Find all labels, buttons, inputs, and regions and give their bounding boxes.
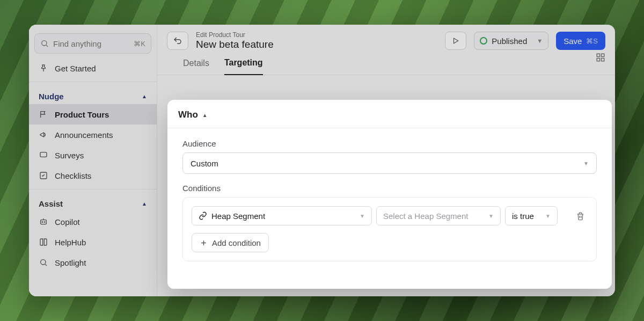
- megaphone-icon: [39, 130, 48, 140]
- sidebar-item-label: Copilot: [55, 217, 80, 227]
- sidebar-item-get-started[interactable]: Get Started: [29, 58, 157, 78]
- layout-toggle[interactable]: [596, 53, 605, 62]
- svg-point-0: [42, 41, 47, 46]
- search-icon: [39, 258, 48, 267]
- title-block: Edit Product Tour New beta feature: [196, 31, 437, 50]
- sidebar-item-helphub[interactable]: HelpHub: [29, 232, 157, 252]
- conditions-label: Conditions: [182, 184, 597, 193]
- sidebar-item-label: Product Tours: [55, 110, 109, 119]
- sidebar-item-checklists[interactable]: Checklists: [29, 165, 157, 186]
- sidebar-item-surveys[interactable]: Surveys: [29, 145, 157, 165]
- sidebar-item-product-tours[interactable]: Product Tours: [29, 104, 157, 125]
- sidebar-item-label: Surveys: [55, 151, 84, 160]
- search-icon: [40, 39, 49, 48]
- who-card: Who ▲ Audience Custom ▼ Conditions Heap …: [167, 100, 612, 289]
- save-label: Save: [564, 37, 582, 46]
- status-dot-icon: [480, 37, 487, 45]
- svg-point-6: [42, 222, 42, 222]
- undo-icon: [173, 36, 182, 46]
- tab-details[interactable]: Details: [183, 59, 209, 75]
- sidebar-item-label: HelpHub: [55, 238, 86, 247]
- condition-value-placeholder: Select a Heap Segment: [383, 211, 468, 221]
- chat-icon: [39, 150, 48, 160]
- search-input[interactable]: Find anything ⌘K: [34, 33, 151, 54]
- chevron-down-icon: ▼: [537, 38, 543, 44]
- svg-rect-12: [597, 54, 599, 56]
- svg-marker-11: [454, 38, 458, 43]
- card-header[interactable]: Who ▲: [167, 100, 612, 128]
- search-shortcut: ⌘K: [134, 40, 145, 48]
- divider: [29, 82, 157, 82]
- save-button[interactable]: Save ⌘S: [556, 32, 605, 50]
- tabs: Details Targeting: [157, 50, 615, 75]
- condition-type-value: Heap Segment: [211, 211, 265, 221]
- condition-operator-select[interactable]: is true ▼: [505, 206, 558, 225]
- audience-value: Custom: [191, 159, 218, 168]
- sidebar-item-label: Checklists: [55, 171, 91, 180]
- divider: [29, 189, 157, 189]
- svg-line-1: [46, 45, 48, 47]
- chevron-down-icon: ▼: [545, 213, 551, 219]
- svg-rect-5: [41, 220, 47, 224]
- chevron-down-icon: ▼: [583, 160, 589, 166]
- caret-up-icon: ▲: [202, 112, 208, 118]
- chevron-down-icon: ▼: [488, 213, 494, 219]
- topbar: Edit Product Tour New beta feature Publi…: [157, 25, 615, 50]
- search-placeholder: Find anything: [53, 39, 129, 48]
- audience-label: Audience: [182, 139, 597, 148]
- checklist-icon: [39, 171, 48, 180]
- caret-up-icon: ▲: [142, 93, 147, 99]
- sidebar-item-label: Get Started: [55, 64, 96, 73]
- sidebar-item-copilot[interactable]: Copilot: [29, 211, 157, 232]
- svg-line-10: [45, 264, 47, 266]
- tab-targeting[interactable]: Targeting: [224, 58, 263, 75]
- plus-icon: [200, 239, 208, 247]
- preview-button[interactable]: [445, 32, 466, 50]
- audience-select[interactable]: Custom ▼: [182, 152, 597, 174]
- trash-icon: [576, 211, 585, 221]
- sidebar-item-label: Announcements: [55, 130, 113, 140]
- add-condition-label: Add condition: [212, 238, 261, 247]
- condition-type-select[interactable]: Heap Segment ▼: [192, 206, 372, 225]
- pin-icon: [39, 63, 48, 73]
- caret-up-icon: ▲: [142, 201, 147, 207]
- link-icon: [199, 211, 207, 220]
- condition-operator-value: is true: [512, 211, 534, 221]
- robot-icon: [39, 217, 48, 227]
- condition-row: Heap Segment ▼ Select a Heap Segment ▼ i…: [192, 206, 588, 225]
- chevron-down-icon: ▼: [360, 213, 365, 219]
- card-title: Who: [178, 110, 198, 120]
- eyebrow: Edit Product Tour: [196, 31, 437, 39]
- sidebar-item-announcements[interactable]: Announcements: [29, 125, 157, 145]
- flag-icon: [39, 110, 48, 119]
- status-label: Published: [492, 37, 527, 46]
- sidebar-section-assist[interactable]: Assist ▲: [29, 193, 157, 211]
- book-icon: [39, 237, 48, 247]
- sidebar-item-label: Spotlight: [55, 258, 86, 267]
- sidebar-item-spotlight[interactable]: Spotlight: [29, 252, 157, 273]
- condition-value-select[interactable]: Select a Heap Segment ▼: [376, 206, 501, 225]
- page-title: New beta feature: [196, 39, 437, 50]
- section-label: Nudge: [39, 92, 64, 101]
- svg-rect-13: [602, 54, 604, 56]
- section-label: Assist: [39, 199, 63, 208]
- delete-condition-button[interactable]: [573, 208, 588, 223]
- play-icon: [452, 37, 459, 45]
- back-button[interactable]: [167, 32, 188, 50]
- svg-point-9: [41, 260, 46, 265]
- grid-icon: [596, 53, 605, 62]
- status-dropdown[interactable]: Published ▼: [474, 32, 548, 50]
- save-shortcut: ⌘S: [586, 37, 598, 45]
- svg-rect-14: [597, 59, 599, 61]
- card-body: Audience Custom ▼ Conditions Heap Segmen…: [167, 128, 612, 272]
- sidebar: Find anything ⌘K Get Started Nudge ▲ Pro…: [29, 25, 157, 296]
- svg-point-7: [44, 222, 45, 222]
- svg-rect-15: [602, 59, 604, 61]
- conditions-box: Heap Segment ▼ Select a Heap Segment ▼ i…: [182, 197, 597, 261]
- add-condition-button[interactable]: Add condition: [192, 233, 269, 252]
- sidebar-section-nudge[interactable]: Nudge ▲: [29, 85, 157, 104]
